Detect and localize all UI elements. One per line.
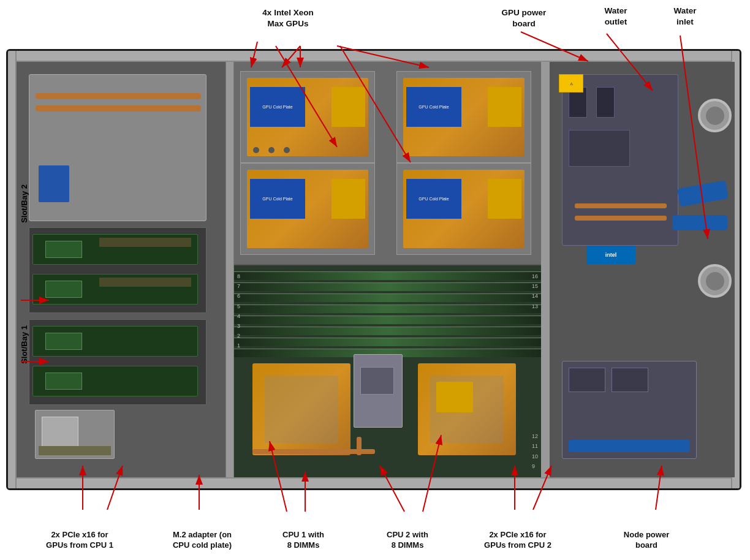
power-board-comp2: [612, 368, 648, 392]
pcie-cpu1-label: 2x PCIe x16 forGPUs from CPU 1: [31, 529, 129, 551]
slot-numbers: 16151413: [532, 271, 538, 311]
water-outlet-connector: [698, 99, 732, 132]
gpu-label: 4x Intel XeonMax GPUs: [245, 7, 331, 29]
blue-cable-2: [672, 215, 727, 230]
power-board-comp1: [569, 368, 605, 392]
m2-adapter-area: [35, 410, 115, 459]
gpu-board-copper1: [575, 203, 667, 208]
gpu-top-section: GPU Cold Plate GPU Cold Plate: [234, 62, 541, 264]
cpu2-label: CPU 2 with8 DIMMs: [368, 529, 447, 551]
gpu-board-cap2: [596, 87, 615, 118]
m2-label: M.2 adapter (onCPU cold plate): [156, 529, 248, 551]
water-inlet-label: Waterinlet: [642, 6, 728, 28]
water-inlet-connector: [698, 264, 732, 298]
top-rail: [8, 51, 740, 62]
bottom-slot-numbers: 1211109: [532, 431, 538, 471]
slot-numbers-left: 87654321: [237, 271, 240, 351]
copper-pipe-h1: [36, 93, 201, 99]
pcie-cpu2-label: 2x PCIe x16 forGPUs from CPU 2: [469, 529, 567, 551]
cpu-dimm-section: 16151413 87654321 1211109: [234, 265, 541, 477]
gpu-warning-2: [488, 87, 521, 127]
page-wrapper: Slot/Bay 2 Slot/Bay 1: [0, 0, 750, 560]
gpu-power-board: [562, 74, 678, 246]
pcie-chip-4: [45, 373, 82, 390]
center-divider: [225, 62, 234, 477]
pcie-card-2: [32, 274, 198, 305]
warning-sticker-right: ⚠: [559, 74, 583, 93]
gpu-warning-4: [488, 179, 521, 219]
pcie-connector-2: [99, 278, 191, 287]
blue-cable-1: [677, 180, 729, 206]
gpu-blue-label-1: GPU Cold Plate: [250, 87, 305, 127]
m2-connector: [39, 446, 111, 455]
pcie-chip-2: [45, 281, 82, 298]
copper-pipe-h2: [36, 105, 201, 112]
node-power-label: Node powerboard: [607, 529, 686, 551]
server-background: Slot/Bay 2 Slot/Bay 1: [8, 51, 740, 488]
cpu1-label: CPU 1 with8 DIMMs: [263, 529, 343, 551]
gpu-warning-1: [331, 87, 365, 127]
cpu-copper-pipe-2: [357, 437, 362, 455]
pcie-card-1: [32, 234, 198, 265]
pcie-card-4: [32, 366, 198, 396]
blue-component: [39, 165, 69, 202]
gpu-blue-label-4: GPU Cold Plate: [406, 179, 461, 219]
gpu-coldplate-2: GPU Cold Plate: [396, 71, 531, 163]
slot-bay-1-area: [29, 319, 206, 405]
cpu1-coldplate: [252, 363, 350, 455]
pcie-chip: [45, 241, 82, 258]
gpu-copper-3: GPU Cold Plate: [247, 170, 368, 248]
slot-bay-2-area: [29, 227, 206, 313]
gpu-board-copper2: [575, 216, 667, 221]
m2-chip: [42, 417, 78, 447]
upper-metal-plate: [29, 74, 206, 221]
gpu-blue-label-3: GPU Cold Plate: [250, 179, 305, 219]
left-rail: [8, 51, 17, 488]
left-section: Slot/Bay 2 Slot/Bay 1: [17, 62, 225, 477]
server-diagram: Slot/Bay 2 Slot/Bay 1: [6, 49, 741, 490]
bottom-rail: [8, 477, 740, 488]
pcie-connector: [99, 238, 191, 247]
right-section: intel ⚠: [550, 62, 735, 477]
cpu1-chip: [265, 376, 338, 443]
cpu2-coldplate: [418, 363, 516, 455]
cpu2-warning: [436, 382, 473, 412]
intel-badge: intel: [586, 246, 635, 264]
m2-board: [354, 354, 403, 428]
gpu-copper-4: GPU Cold Plate: [403, 170, 525, 248]
gpu-copper-2: GPU Cold Plate: [403, 78, 525, 156]
slot-bay-2-side-label: Slot/Bay 2: [20, 184, 29, 223]
gpu-coldplate-4: GPU Cold Plate: [396, 163, 531, 255]
right-divider: [541, 62, 550, 477]
pcie-card-3: [32, 326, 198, 357]
gpu-screws-1: [253, 147, 290, 153]
m2-board-chip: [360, 367, 394, 395]
power-board-cable: [569, 440, 690, 452]
node-power-board-component: [562, 361, 697, 459]
gpu-board-chip1: [569, 130, 630, 167]
gpu-copper-1: GPU Cold Plate: [247, 78, 368, 156]
gpu-coldplate-3: GPU Cold Plate: [240, 163, 375, 255]
gpu-blue-label-2: GPU Cold Plate: [406, 87, 461, 127]
slot-bay-1-side-label: Slot/Bay 1: [20, 325, 29, 364]
gpu-coldplate-1: GPU Cold Plate: [240, 71, 375, 163]
gpu-power-board-label: GPU powerboard: [481, 7, 567, 29]
gpu-warning-3: [331, 179, 365, 219]
pcie-chip-3: [45, 333, 82, 350]
